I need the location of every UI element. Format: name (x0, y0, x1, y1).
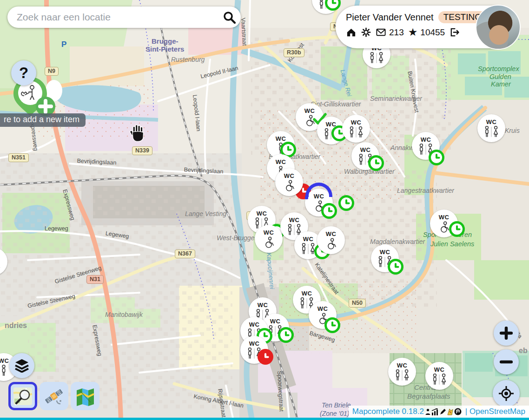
man-woman-icon (299, 243, 317, 255)
satellite-icon (44, 387, 64, 406)
poi-marker-toilet[interactable]: WC (309, 301, 337, 329)
layers-icon (14, 359, 29, 373)
changeset-count: 10455 (420, 27, 445, 38)
poi-marker-toilet[interactable]: WC (430, 210, 458, 237)
pencil-icon[interactable] (439, 408, 446, 415)
man-woman-icon (245, 347, 264, 360)
wc-label: WC (434, 367, 445, 373)
wheelchair-icon (313, 312, 332, 325)
wc-label: WC (351, 119, 362, 125)
poi-marker-toilet[interactable]: WC (388, 358, 416, 386)
poi-marker-toilet[interactable]: WC (275, 168, 303, 196)
man-woman-icon (376, 256, 394, 268)
wc-label: WC (249, 322, 260, 328)
hand-cursor-icon (130, 124, 146, 142)
app-name: Mapcomplete (352, 407, 400, 416)
wc-label: WC (421, 137, 431, 143)
poi-marker-toilet[interactable]: WC (351, 142, 379, 170)
background-chooser (8, 382, 99, 410)
wc-label: WC (326, 231, 337, 237)
wc-label: WC (326, 121, 337, 127)
poi-marker-toilet[interactable]: WC (425, 362, 453, 390)
man-woman-icon (417, 143, 435, 156)
home-icon[interactable] (346, 27, 357, 38)
map-flag-icon[interactable] (447, 408, 454, 415)
wc-label: WC (257, 210, 267, 217)
app-version: 0.18.2 (402, 407, 424, 416)
zoom-out-button[interactable] (494, 349, 519, 374)
man-woman-icon (0, 259, 3, 271)
man-woman-icon (317, 0, 335, 10)
layers-button[interactable] (9, 353, 34, 378)
logout-icon[interactable] (449, 27, 460, 38)
wheelchair-icon (322, 237, 340, 250)
poi-marker-toilet[interactable]: WC (240, 336, 268, 364)
wheelchair-icon (310, 200, 328, 212)
wc-label: WC (276, 159, 286, 165)
geolocate-icon (498, 386, 514, 401)
man-woman-icon (266, 325, 284, 337)
zoom-in-icon (500, 327, 513, 340)
wheelchair-icon (300, 114, 319, 127)
poi-marker-toilet[interactable]: WC (412, 132, 440, 160)
wc-label: WC (304, 108, 315, 114)
help-button[interactable]: ? (11, 60, 36, 85)
search-bar (7, 7, 241, 28)
mastodon-icon[interactable] (454, 408, 462, 415)
poi-marker-toilet[interactable]: WC (317, 226, 345, 254)
search-input[interactable] (16, 11, 222, 23)
wc-label: WC (270, 318, 281, 324)
man-woman-icon (367, 52, 386, 64)
wc-label: WC (249, 341, 260, 347)
wc-label: WC (276, 136, 286, 142)
poi-marker-toilet[interactable]: WC (305, 189, 333, 217)
poi-marker-toilet[interactable]: WC (371, 244, 399, 272)
gear-icon[interactable] (361, 27, 371, 38)
user-name: Pieter Vander Vennet (346, 12, 434, 23)
satellite-button[interactable] (40, 382, 68, 410)
wc-label: WC (397, 362, 408, 368)
wheelchair-icon (259, 236, 278, 249)
man-woman-icon (347, 126, 365, 138)
wc-label: WC (264, 230, 274, 236)
osm-map-button[interactable] (8, 382, 37, 410)
zoom-out-icon (500, 355, 513, 368)
wc-label: WC (302, 290, 312, 296)
help-label: ? (19, 64, 28, 82)
wc-label: WC (439, 214, 450, 220)
wc-label: WC (284, 173, 295, 179)
star-icon: ★ (408, 27, 418, 38)
wc-label: WC (380, 249, 390, 255)
man-woman-icon (482, 125, 501, 138)
man-woman-icon (322, 128, 340, 140)
mail-icon[interactable] (376, 27, 386, 38)
folded-map-icon (75, 387, 95, 406)
man-woman-icon (393, 369, 411, 381)
wc-label: WC (258, 302, 268, 308)
poi-marker-toilet[interactable]: WC (255, 225, 283, 253)
folded-map-button[interactable] (71, 382, 99, 410)
mapcomplete-app: Brugge-Sint-PietersRustenburgSint-Gillis… (0, 0, 529, 420)
wc-label: WC (317, 306, 328, 312)
attribution-bar: Mapcomplete 0.18.2 (349, 406, 529, 418)
wheelchair-icon (280, 179, 298, 192)
osm-attribution-link[interactable]: | OpenStreetMap (465, 407, 525, 416)
user-avatar[interactable] (476, 5, 521, 50)
person-stats-icon[interactable] (425, 408, 431, 415)
wc-label: WC (486, 119, 497, 125)
add-item-tooltip: re to add a new item (0, 113, 86, 127)
wc-label: WC (289, 217, 300, 223)
geolocate-button[interactable] (493, 380, 520, 407)
wheelchair-icon (435, 221, 453, 233)
search-icon[interactable] (222, 10, 236, 24)
poi-marker-toilet[interactable]: WC (342, 115, 370, 143)
man-icon (271, 142, 290, 155)
wc-label: WC (0, 358, 9, 364)
osm-map-icon (13, 387, 33, 406)
message-count: 213 (389, 27, 404, 38)
wc-label: WC (303, 236, 314, 242)
poi-marker-toilet[interactable]: WC (477, 114, 505, 142)
zoom-in-button[interactable] (494, 321, 519, 346)
poi-marker-toilet[interactable]: WC (317, 117, 345, 144)
bar-chart-icon[interactable] (431, 408, 439, 415)
